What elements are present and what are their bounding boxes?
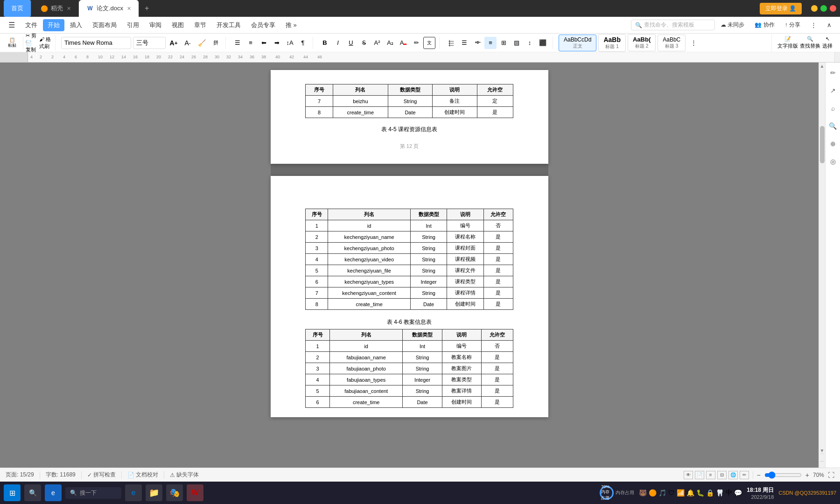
- tray-security[interactable]: 🔒: [706, 489, 714, 497]
- maximize-button[interactable]: [820, 5, 827, 12]
- text-layout-button[interactable]: 📝 文字排版: [777, 36, 798, 49]
- style-heading1[interactable]: AaBb 标题 1: [598, 34, 626, 52]
- menu-reference[interactable]: 引用: [122, 19, 144, 31]
- caoyun-tab-close[interactable]: ✕: [67, 6, 71, 12]
- line-spacing-button[interactable]: ↕: [524, 37, 536, 49]
- font-size-input[interactable]: [133, 37, 166, 49]
- tab-add-button[interactable]: +: [139, 4, 154, 13]
- doc-tab-close[interactable]: ✕: [127, 6, 131, 12]
- select-button[interactable]: ↖ 选择: [822, 36, 833, 49]
- start-button[interactable]: ⊞: [4, 484, 21, 501]
- minimize-button[interactable]: [811, 5, 818, 12]
- scroll-track[interactable]: [819, 69, 825, 447]
- font-grow-button[interactable]: A+: [168, 37, 180, 49]
- edit-mode-button[interactable]: ✏: [740, 471, 749, 479]
- zoom-in-button[interactable]: +: [805, 471, 809, 479]
- bold-button[interactable]: B: [319, 37, 331, 49]
- tray-bell[interactable]: 🔔: [686, 489, 694, 497]
- menu-insert[interactable]: 插入: [65, 19, 87, 31]
- subscript-button[interactable]: A₂: [384, 37, 396, 49]
- menu-devtools[interactable]: 开发工具: [212, 19, 245, 31]
- menu-more-options[interactable]: ⋮: [806, 20, 821, 30]
- indent-increase-button[interactable]: ➡: [271, 37, 283, 49]
- font-name-input[interactable]: [61, 37, 131, 49]
- clear-format-button[interactable]: 🧹: [196, 37, 208, 49]
- paste-button[interactable]: 📋 粘贴: [4, 35, 21, 50]
- copy-button[interactable]: 📄 复制: [26, 43, 38, 50]
- tray-app1[interactable]: 🐻: [639, 489, 647, 497]
- close-button[interactable]: [830, 5, 836, 12]
- web-mode-button[interactable]: 🌐: [728, 471, 738, 479]
- tray-app4[interactable]: 🐛: [696, 489, 704, 497]
- ordered-list-button[interactable]: ≡: [245, 37, 257, 49]
- menu-unsync[interactable]: ☁ 未同步: [716, 19, 749, 31]
- menu-hamburger[interactable]: ☰: [4, 19, 20, 31]
- menu-page-layout[interactable]: 页面布局: [88, 19, 121, 31]
- shading-button[interactable]: ▨: [511, 37, 523, 49]
- style-more-button[interactable]: ⋮: [687, 37, 700, 49]
- vertical-scrollbar[interactable]: ▲ ▼ ···: [819, 63, 825, 468]
- zoom-out-button[interactable]: −: [757, 471, 761, 479]
- find-replace-button[interactable]: 🔍 查找替换: [800, 36, 820, 49]
- tray-vpn[interactable]: 🛡: [668, 489, 675, 497]
- scroll-up-button[interactable]: ▲: [819, 63, 826, 69]
- scroll-thumb[interactable]: [820, 126, 825, 163]
- style-normal[interactable]: AaBbCcDd 正文: [559, 35, 596, 51]
- tray-app2[interactable]: 🟠: [649, 489, 657, 497]
- scroll-down-button[interactable]: ▼: [819, 447, 826, 454]
- tab-home[interactable]: 首页: [4, 0, 31, 17]
- superscript-button[interactable]: A²: [371, 37, 383, 49]
- doccheck-button[interactable]: 📄 文档校对: [127, 471, 158, 479]
- paragraph-mark-button[interactable]: ¶: [297, 37, 309, 49]
- menu-push[interactable]: 推 »: [281, 19, 301, 31]
- find-tool[interactable]: 🔍: [826, 119, 840, 133]
- taskbar-file-explorer[interactable]: 📁: [146, 484, 162, 501]
- read-mode-button[interactable]: 👁: [684, 471, 693, 479]
- document-scroll-area[interactable]: 序号 列名 数据类型 说明 允许空 7 beizhu String 备注 定: [0, 63, 819, 468]
- taskbar-ie[interactable]: e: [125, 484, 142, 501]
- tray-bluetooth[interactable]: 🦷: [716, 489, 724, 497]
- zoom-tool[interactable]: ⊕: [826, 137, 840, 150]
- fullscreen-button[interactable]: ⛶: [828, 471, 834, 479]
- taskbar-wps[interactable]: W: [187, 484, 203, 501]
- table-border-button[interactable]: ⊞: [497, 37, 510, 49]
- tray-chat[interactable]: 💬: [734, 489, 742, 497]
- menu-chapter[interactable]: 章节: [189, 19, 211, 31]
- outline-mode-button[interactable]: ≡: [706, 471, 715, 479]
- align-center-button[interactable]: ☰: [458, 37, 470, 49]
- search-box[interactable]: 🔍 查找命令、搜索模板: [631, 20, 715, 30]
- italic-button[interactable]: I: [332, 37, 344, 49]
- menu-share[interactable]: ↑ 分享: [780, 19, 805, 31]
- highlight-button[interactable]: ✏: [410, 37, 422, 49]
- spellcheck-button[interactable]: ✓ 拼写检查: [87, 471, 116, 479]
- page-mode-button[interactable]: 📄: [695, 471, 704, 479]
- font-color-button[interactable]: A▂: [397, 37, 409, 49]
- menu-start[interactable]: 开始: [43, 19, 64, 31]
- taskbar-search-bar[interactable]: 🔍 搜一下: [65, 487, 121, 499]
- scroll-extra-btn[interactable]: ···: [820, 459, 824, 463]
- align-right-button[interactable]: ⬲: [471, 37, 483, 49]
- sort-button[interactable]: ↕A: [284, 37, 296, 49]
- style-heading2[interactable]: AaBb( 标题 2: [628, 34, 656, 51]
- strikethrough-button[interactable]: S̶: [358, 37, 370, 49]
- missing-font-button[interactable]: ⚠ 缺失字体: [170, 471, 199, 479]
- font-shrink-button[interactable]: A-: [182, 37, 194, 49]
- tray-wifi[interactable]: 📶: [677, 489, 685, 497]
- indent-format-button[interactable]: ⬛: [537, 37, 549, 49]
- style-heading3[interactable]: AaBbC 标题 3: [658, 35, 686, 51]
- align-left-button[interactable]: ⬱: [445, 37, 457, 49]
- menu-collab[interactable]: 👥 协作: [750, 19, 779, 31]
- login-button[interactable]: 立即登录 👤: [760, 3, 802, 14]
- tab-caoyun[interactable]: 🟠 稻壳 ✕: [33, 0, 79, 17]
- format-painter-button[interactable]: 🖌 格式刷: [39, 37, 51, 49]
- menu-review[interactable]: 审阅: [145, 19, 166, 31]
- zoom-slider[interactable]: [764, 471, 802, 479]
- tray-keyboard[interactable]: 中: [726, 489, 732, 497]
- menu-collapse[interactable]: ∧: [822, 20, 836, 30]
- taskbar-app3[interactable]: 🎭: [166, 484, 183, 501]
- menu-view[interactable]: 视图: [167, 19, 189, 31]
- datetime-display[interactable]: 18:18 周日 2022/9/18: [747, 486, 774, 500]
- menu-file[interactable]: 文件: [21, 19, 42, 31]
- underline-button[interactable]: U: [345, 37, 357, 49]
- indent-decrease-button[interactable]: ⬅: [258, 37, 270, 49]
